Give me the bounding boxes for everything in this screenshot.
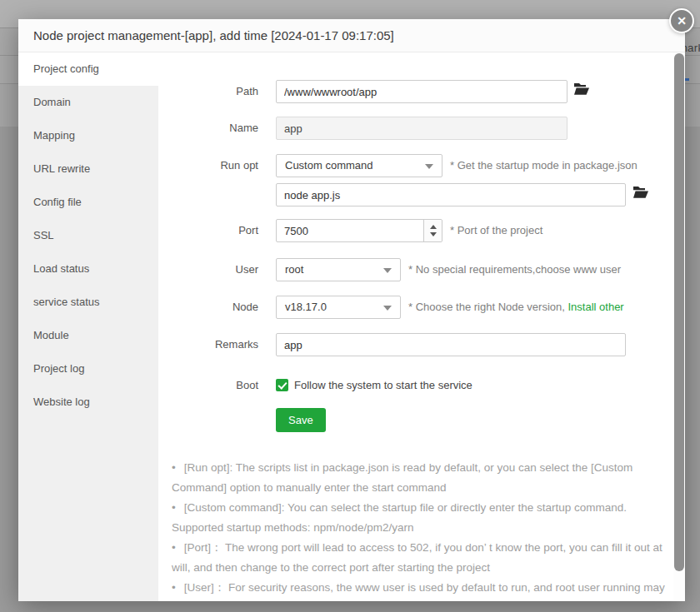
chevron-down-icon: [383, 268, 392, 273]
sidebar-item-project-log[interactable]: Project log: [18, 352, 158, 386]
help-item-port: [Port]： The wrong port will lead to acce…: [172, 538, 673, 578]
help-item-run-opt: [Run opt]: The scripts list in package.j…: [172, 458, 673, 498]
node-row: Node v18.17.0 * Choose the right Node ve…: [158, 296, 673, 319]
command-row: [158, 183, 673, 206]
sidebar-item-ssl[interactable]: SSL: [18, 219, 158, 252]
scrollbar-thumb[interactable]: [674, 53, 684, 571]
node-label: Node: [158, 296, 258, 319]
project-config-panel: Path Name Run opt Custom command: [158, 52, 673, 601]
help-notes: [Run opt]: The scripts list in package.j…: [172, 458, 673, 598]
boot-label: Boot: [158, 379, 258, 391]
port-row: Port * Port of the project: [158, 219, 673, 242]
sidebar-item-module[interactable]: Module: [18, 319, 158, 352]
spinner-up-icon[interactable]: [430, 225, 437, 229]
node-hint: * Choose the right Node version, Install…: [408, 296, 624, 319]
save-button[interactable]: Save: [276, 408, 326, 432]
run-opt-selected-value: Custom command: [285, 159, 372, 172]
user-select[interactable]: root: [276, 258, 401, 281]
name-row: Name: [158, 117, 673, 140]
run-opt-row: Run opt Custom command * Get the startup…: [158, 154, 673, 177]
dialog-header: Node project management-[app], add time …: [18, 19, 685, 52]
name-label: Name: [158, 117, 258, 140]
name-input: [276, 117, 568, 140]
port-label: Port: [158, 219, 258, 242]
chevron-down-icon: [383, 306, 392, 311]
node-project-dialog: Node project management-[app], add time …: [18, 19, 685, 601]
dialog-sidebar: Project config Domain Mapping URL rewrit…: [18, 52, 158, 601]
port-input[interactable]: [276, 219, 442, 242]
boot-row: Boot Follow the system to start the serv…: [158, 379, 673, 391]
sidebar-item-load-status[interactable]: Load status: [18, 252, 158, 286]
user-row: User root * No special requirements,choo…: [158, 258, 673, 281]
spinner-down-icon[interactable]: [430, 232, 437, 236]
user-selected-value: root: [285, 263, 303, 276]
sidebar-item-url-rewrite[interactable]: URL rewrite: [18, 152, 158, 186]
sidebar-item-service-status[interactable]: service status: [18, 286, 158, 319]
help-item-custom-command: [Custom command]: You can select the sta…: [172, 498, 673, 538]
sidebar-item-project-config[interactable]: Project config: [18, 52, 158, 86]
command-input[interactable]: [276, 183, 626, 206]
run-opt-hint: * Get the startup mode in package.json: [450, 154, 638, 177]
sidebar-item-config-file[interactable]: Config file: [18, 186, 158, 219]
node-selected-value: v18.17.0: [285, 301, 327, 313]
folder-open-icon[interactable]: [574, 83, 591, 100]
boot-checkbox-text: Follow the system to start the service: [294, 379, 472, 391]
run-opt-label: Run opt: [158, 154, 258, 177]
help-item-user: [User]： For security reasons, the www us…: [172, 578, 673, 598]
boot-checkbox[interactable]: [276, 379, 288, 391]
user-hint: * No special requirements,choose www use…: [408, 258, 621, 281]
port-spinner: [423, 220, 442, 241]
path-row: Path: [158, 80, 673, 103]
sidebar-item-domain[interactable]: Domain: [18, 86, 158, 119]
run-opt-select[interactable]: Custom command: [276, 154, 442, 177]
node-version-select[interactable]: v18.17.0: [276, 296, 401, 319]
remarks-input[interactable]: [276, 333, 626, 356]
install-other-link[interactable]: Install other: [568, 301, 624, 313]
remarks-label: Remarks: [158, 333, 258, 356]
dialog-title: Node project management-[app], add time …: [18, 19, 685, 52]
chevron-down-icon: [425, 164, 433, 169]
remarks-row: Remarks: [158, 333, 673, 356]
sidebar-item-website-log[interactable]: Website log: [18, 386, 158, 419]
user-label: User: [158, 258, 258, 281]
dialog-scrollbar[interactable]: [673, 52, 685, 601]
folder-open-icon[interactable]: [633, 187, 650, 203]
sidebar-item-mapping[interactable]: Mapping: [18, 119, 158, 152]
port-hint: * Port of the project: [450, 219, 542, 242]
node-hint-text: * Choose the right Node version,: [408, 301, 568, 313]
path-input[interactable]: [276, 80, 568, 103]
close-icon[interactable]: ✕: [669, 8, 694, 33]
path-label: Path: [158, 80, 258, 103]
